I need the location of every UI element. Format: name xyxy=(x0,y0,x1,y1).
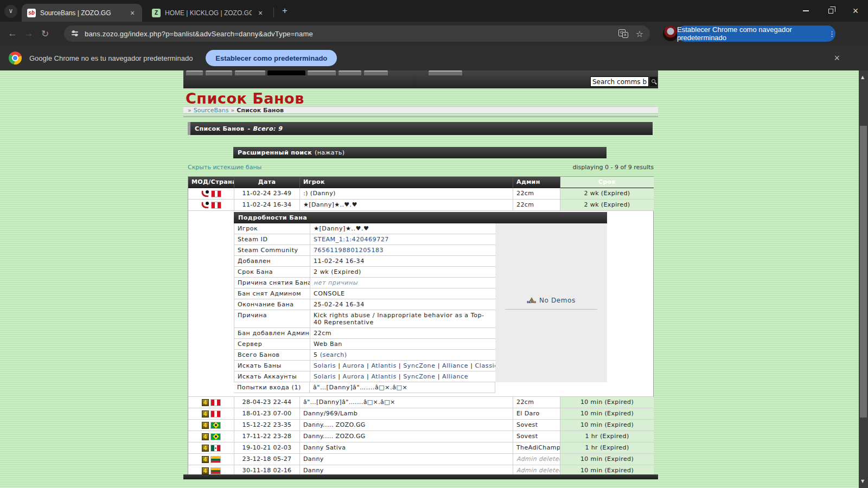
ban-details-panel: Подробности БанаИгрок★[Danny]★..♥.♥Steam… xyxy=(234,212,607,393)
site-info-icon[interactable] xyxy=(72,30,79,37)
ban-row[interactable]: 28-04-23 22-44â"…[Danny]â"…....â□×.â□×22… xyxy=(188,397,653,408)
ban-row[interactable]: 17-11-22 23-28Danny..... ZOZO.GGSovest1 … xyxy=(188,431,653,442)
tab-search-button[interactable]: ∨ xyxy=(4,5,17,18)
more-options-icon[interactable]: ⋮ xyxy=(828,30,835,38)
detail-field-label: Добавлен xyxy=(234,256,310,266)
advanced-search-bar[interactable]: Расширенный поиск (нажать) xyxy=(233,147,607,158)
detail-field-value: 76561198801205183 xyxy=(310,245,496,255)
scrollbar-thumb[interactable] xyxy=(860,126,867,418)
nav-tab-stub[interactable] xyxy=(308,70,336,75)
demos-divider xyxy=(505,309,597,310)
window-controls: × xyxy=(793,0,868,22)
back-button[interactable]: ← xyxy=(4,28,21,39)
detail-field-label: Steam ID xyxy=(234,234,310,245)
server-link[interactable]: SyncZone xyxy=(403,373,435,380)
ban-row[interactable]: 23-12-18 05-27DannyAdmin deleted10 min (… xyxy=(188,454,653,465)
site-nav-bar xyxy=(183,70,658,88)
nav-tab-stub-active[interactable] xyxy=(267,70,305,75)
ban-player: ★[Danny]★..♥.♥ xyxy=(300,200,513,211)
detail-field-row: Срок Бана2 wk (Expired) xyxy=(234,267,495,278)
tab-close-icon[interactable]: × xyxy=(128,9,137,17)
server-link[interactable]: Atlantis xyxy=(371,373,396,380)
server-link[interactable]: Solaris xyxy=(314,362,336,369)
demo-icon: DEMO xyxy=(527,297,536,304)
nav-tab-stub[interactable] xyxy=(364,70,388,75)
server-link[interactable]: Solaris xyxy=(314,373,336,380)
detail-field-value: 25-02-24 16-34 xyxy=(310,299,496,310)
nav-tab-stub[interactable] xyxy=(186,70,203,75)
tab-close-icon[interactable]: × xyxy=(256,9,265,17)
comms-search-button[interactable] xyxy=(649,76,658,87)
detail-value-link[interactable]: STEAM_1:1:420469727 xyxy=(314,236,389,243)
nav-tab-stub[interactable] xyxy=(429,70,462,75)
nav-tab-stub[interactable] xyxy=(339,70,361,75)
address-bar[interactable]: bans.zozo.gg/index.php?p=banlist&advSear… xyxy=(64,25,650,42)
ban-row[interactable]: 11-02-24 16-34★[Danny]★..♥.♥22cm2 wk (Ex… xyxy=(188,200,653,211)
server-link[interactable]: SyncZone xyxy=(403,362,435,369)
mod-country-cell xyxy=(188,188,234,200)
minimize-button[interactable] xyxy=(793,0,818,22)
server-link[interactable]: Atlantis xyxy=(371,362,396,369)
bookmark-star-icon[interactable]: ☆ xyxy=(636,29,643,39)
url-text[interactable]: bans.zozo.gg/index.php?p=banlist&advSear… xyxy=(85,30,618,38)
detail-field-value: ★[Danny]★..♥.♥ xyxy=(310,223,496,234)
ban-row[interactable]: 11-02-24 23-49:) (Danny)22cm2 wk (Expire… xyxy=(188,188,653,200)
nav-tab-stub[interactable] xyxy=(206,70,232,75)
forward-button[interactable]: → xyxy=(21,28,37,39)
set-default-infobar-button[interactable]: Establecer como predeterminado xyxy=(206,50,337,66)
results-count: displaying 0 - 9 of 9 results xyxy=(573,164,654,171)
web-mod-icon xyxy=(201,202,209,208)
nav-tab-stub[interactable] xyxy=(235,70,265,75)
server-link[interactable]: Aurora xyxy=(343,373,365,380)
detail-field-row: ПричинаKick rights abuse / Inappropriate… xyxy=(234,310,495,328)
search-bans-link[interactable]: (search) xyxy=(320,351,347,358)
restore-button[interactable] xyxy=(818,0,843,22)
reload-button[interactable]: ↻ xyxy=(37,28,53,40)
web-mod-icon xyxy=(201,190,209,197)
set-default-browser-button[interactable]: Establecer Chrome como navegador predete… xyxy=(677,25,835,42)
ban-admin: Sovest xyxy=(513,431,560,442)
ban-date: 17-11-22 23-28 xyxy=(234,431,300,442)
browser-tab-inactive[interactable]: Z HOME | KICKLOG | ZOZO.GG × xyxy=(146,4,270,22)
new-tab-button[interactable]: + xyxy=(279,5,291,17)
ban-length: 1 hr (Expired) xyxy=(560,431,654,442)
ban-row[interactable]: 18-01-23 07-00Danny/969/LambEl Daro10 mi… xyxy=(188,408,653,420)
infobar-message: Google Chrome no es tu navegador predete… xyxy=(29,54,193,62)
detail-field-value: 11-02-24 16-34 xyxy=(310,256,496,266)
login-attempts-label: Попытки входа (1) xyxy=(234,382,310,393)
detail-value-link[interactable]: 76561198801205183 xyxy=(314,247,384,254)
browser-toolbar: ← → ↻ bans.zozo.gg/index.php?p=banlist&a… xyxy=(0,22,868,46)
ban-row[interactable]: 19-10-21 02-03Danny SativaTheAdiChamp1 h… xyxy=(188,442,653,454)
detail-field-label: Бан снят Админом xyxy=(234,288,310,299)
ban-length: 10 min (Expired) xyxy=(560,454,654,465)
detail-field-row: Искать АккаунтыSolaris | Aurora | Atlant… xyxy=(234,371,495,382)
ban-table-body: 11-02-24 23-49:) (Danny)22cm2 wk (Expire… xyxy=(188,188,653,477)
banlist-panel-title: Список Банов xyxy=(195,125,244,132)
page-title: Список Банов xyxy=(186,90,304,107)
detail-field-label: Бан добавлен Админом xyxy=(234,328,310,338)
breadcrumb-root-link[interactable]: SourceBans xyxy=(194,107,229,114)
ban-player: Danny Sativa xyxy=(300,442,513,454)
hide-expired-link[interactable]: Скрыть истекшие баны xyxy=(188,164,261,171)
server-link[interactable]: Aurora xyxy=(343,362,365,369)
browser-tab-active[interactable]: sb SourceBans | ZOZO.GG × xyxy=(22,4,142,22)
profile-avatar[interactable] xyxy=(663,26,678,41)
scroll-down-icon[interactable]: ▼ xyxy=(861,479,864,484)
ban-row[interactable]: 15-12-22 23-35Danny..... ZOZO.GGSovest10… xyxy=(188,420,653,431)
infobar-close-icon[interactable]: × xyxy=(834,53,840,64)
demos-panel: DEMONo Demos xyxy=(495,223,607,382)
server-link[interactable]: Classictu xyxy=(475,362,496,369)
server-link[interactable]: Alliance xyxy=(442,362,468,369)
page-scrollbar[interactable]: ▲ ▼ xyxy=(859,70,868,488)
server-link[interactable]: Alliance xyxy=(442,373,468,380)
comms-search-input[interactable] xyxy=(590,76,649,87)
ban-date: 28-04-23 22-44 xyxy=(234,397,300,408)
cs16-mod-icon xyxy=(202,433,209,440)
close-button[interactable]: × xyxy=(843,0,868,22)
ban-player: Danny..... ZOZO.GG xyxy=(300,420,513,431)
tab-title: HOME | KICKLOG | ZOZO.GG xyxy=(165,9,252,17)
translate-icon[interactable] xyxy=(618,29,628,38)
detail-field-label: Всего Банов xyxy=(234,350,310,360)
detail-field-label: Причина снятия Бана xyxy=(234,278,310,288)
scroll-up-icon[interactable]: ▲ xyxy=(861,75,864,80)
